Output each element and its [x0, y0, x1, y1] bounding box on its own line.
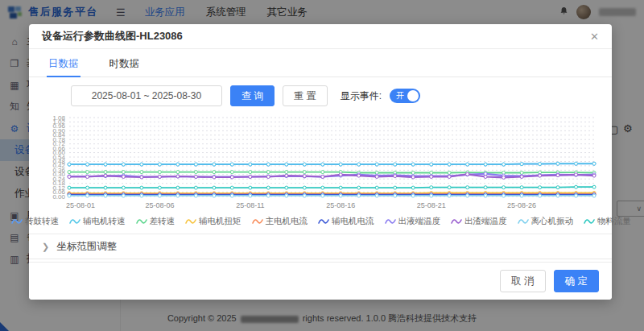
svg-text:25-08-01: 25-08-01 — [66, 201, 95, 209]
legend-wave-icon — [318, 218, 329, 225]
legend-label: 物料流量 — [597, 216, 631, 227]
cancel-button[interactable]: 取 消 — [500, 270, 545, 292]
legend-item-5[interactable]: 辅电机电流 — [318, 216, 374, 227]
legend-wave-icon — [451, 218, 462, 225]
legend-label: 辅电机转速 — [83, 216, 126, 227]
parameter-curve-dialog: 设备运行参数曲线图-HL23086 ✕ 日数据 时数据 2025-08-01 ~… — [29, 24, 612, 300]
tab-daily-data[interactable]: 日数据 — [47, 49, 80, 77]
legend-label: 辅电机扭矩 — [199, 216, 242, 227]
confirm-button[interactable]: 确 定 — [554, 270, 599, 292]
reset-button[interactable]: 重 置 — [283, 85, 327, 106]
parameter-line-chart[interactable]: 0.000.060.120.180.240.300.360.420.480.54… — [35, 113, 604, 211]
toggle-state-label: 开 — [396, 91, 404, 101]
date-range-picker[interactable]: 2025-08-01 ~ 2025-08-30 — [71, 85, 222, 106]
legend-wave-icon — [252, 218, 263, 225]
legend-item-8[interactable]: 离心机振动 — [518, 216, 574, 227]
svg-text:1.08: 1.08 — [52, 114, 65, 122]
legend-wave-icon — [136, 218, 147, 225]
legend-item-1[interactable]: 辅电机转速 — [69, 216, 126, 227]
legend-label: 差转速 — [150, 216, 175, 227]
axis-range-collapse[interactable]: ❯ 坐标范围调整 — [29, 234, 612, 259]
toggle-knob — [407, 90, 419, 101]
query-button[interactable]: 查 询 — [230, 85, 275, 106]
dialog-title: 设备运行参数曲线图-HL23086 — [42, 29, 183, 43]
x-axis-labels: 25-08-0125-08-0625-08-1125-08-1625-08-21… — [66, 201, 536, 209]
close-icon[interactable]: ✕ — [590, 31, 599, 43]
legend-wave-icon — [11, 218, 23, 225]
legend-wave-icon — [185, 218, 196, 225]
chevron-right-icon: ❯ — [42, 242, 49, 252]
svg-text:25-08-11: 25-08-11 — [236, 201, 264, 209]
legend-label: 离心机振动 — [531, 216, 574, 227]
legend-label: 主电机电流 — [266, 216, 308, 227]
series-1 — [68, 162, 596, 166]
legend-item-3[interactable]: 辅电机扭矩 — [185, 216, 242, 227]
data-tabs: 日数据 时数据 — [29, 49, 612, 77]
legend-label: 出渣端温度 — [464, 216, 507, 227]
legend-item-9[interactable]: 物料流量 — [584, 216, 631, 227]
svg-text:25-08-21: 25-08-21 — [417, 201, 446, 209]
legend-wave-icon — [518, 218, 529, 225]
legend-item-2[interactable]: 差转速 — [136, 216, 175, 227]
legend-item-7[interactable]: 出渣端温度 — [451, 216, 507, 227]
legend-item-0[interactable]: 转鼓转速 — [11, 216, 59, 227]
query-controls: 2025-08-01 ~ 2025-08-30 查 询 重 置 显示事件: 开 — [71, 85, 612, 106]
legend-item-6[interactable]: 出液端温度 — [385, 216, 441, 227]
series-9 — [68, 185, 596, 189]
chart-legend: 转鼓转速辅电机转速差转速辅电机扭矩主电机电流辅电机电流出液端温度出渣端温度离心机… — [35, 216, 607, 227]
svg-text:25-08-26: 25-08-26 — [507, 201, 536, 209]
legend-wave-icon — [385, 218, 396, 225]
legend-label: 转鼓转速 — [25, 216, 59, 227]
chart-area: 0.000.060.120.180.240.300.360.420.480.54… — [35, 113, 607, 227]
svg-text:25-08-06: 25-08-06 — [145, 201, 174, 209]
show-events-toggle[interactable]: 开 — [390, 89, 420, 103]
dialog-header: 设备运行参数曲线图-HL23086 ✕ — [29, 24, 612, 49]
legend-wave-icon — [69, 218, 80, 225]
legend-wave-icon — [584, 218, 595, 225]
tab-hourly-data[interactable]: 时数据 — [108, 49, 142, 77]
show-events-label: 显示事件: — [341, 89, 382, 103]
series-2 — [68, 171, 596, 175]
legend-label: 辅电机电流 — [332, 216, 374, 227]
legend-label: 出液端温度 — [398, 216, 441, 227]
dialog-footer: 取 消 确 定 — [29, 262, 612, 300]
svg-text:25-08-16: 25-08-16 — [326, 201, 355, 209]
axis-range-label: 坐标范围调整 — [56, 240, 117, 254]
legend-item-4[interactable]: 主电机电流 — [252, 216, 308, 227]
